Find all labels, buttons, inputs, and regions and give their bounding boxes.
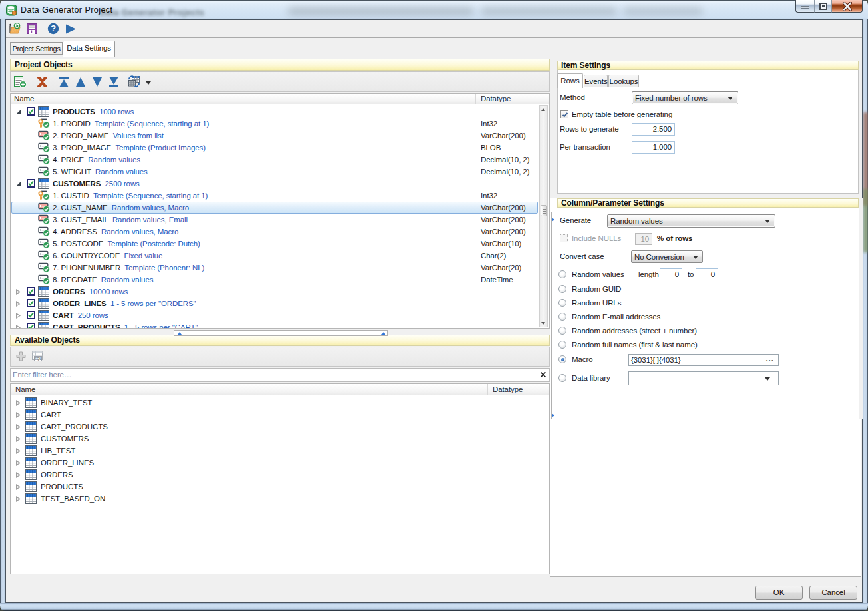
svg-text:SQL: SQL — [34, 357, 42, 361]
svg-text:?: ? — [51, 23, 56, 33]
